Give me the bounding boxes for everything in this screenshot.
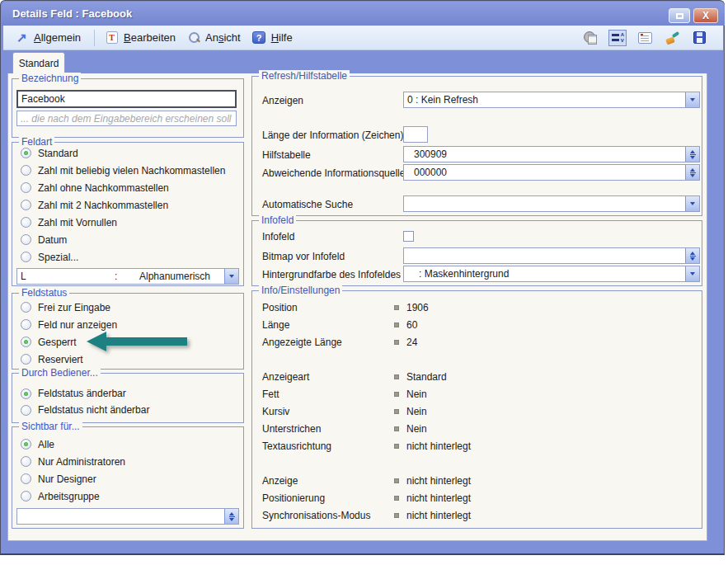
dropdown-button[interactable]	[224, 269, 238, 284]
dropdown-button[interactable]	[685, 92, 699, 107]
close-button[interactable]: X	[693, 8, 718, 23]
sichtbar-option-label: Arbeitsgruppe	[38, 491, 100, 502]
radio-icon[interactable]	[21, 439, 31, 450]
menu-bearbeiten[interactable]: T Bearbeiten	[105, 31, 176, 45]
info-label: Länge	[262, 319, 394, 331]
sort-button[interactable]	[608, 30, 627, 46]
brush-button[interactable]	[663, 30, 681, 46]
info-value: nicht hinterlegt	[406, 510, 471, 521]
feldart-option-zahl-beliebig[interactable]: Zahl mit beliebig vielen Nachkommastelle…	[12, 162, 243, 179]
radio-icon[interactable]	[21, 302, 31, 313]
stamp-button[interactable]	[581, 30, 599, 46]
spinner-button[interactable]	[224, 509, 238, 524]
radio-icon[interactable]	[21, 252, 31, 262]
arbeitsgruppe-spinner[interactable]	[16, 508, 239, 525]
info-label: Unterstrichen	[262, 423, 394, 435]
bediener-option-nicht-aenderbar[interactable]: Feldstatus nicht änderbar	[12, 402, 243, 418]
menu-allgemein[interactable]: ↗ Allgemein	[15, 31, 81, 45]
spinner-button[interactable]	[685, 147, 699, 162]
radio-icon[interactable]	[21, 473, 31, 484]
hilfstabelle-spinner[interactable]: 300909	[403, 146, 700, 162]
radio-icon[interactable]	[21, 165, 31, 176]
radio-icon[interactable]	[21, 217, 31, 228]
bullet-icon	[394, 444, 399, 449]
save-button[interactable]	[690, 30, 708, 46]
feldstatus-option-reserviert[interactable]: Reserviert	[12, 351, 243, 368]
feldstatus-option-nur-anzeigen[interactable]: Feld nur anzeigen	[12, 316, 243, 333]
radio-icon[interactable]	[21, 234, 31, 245]
automatische-suche-combobox[interactable]	[403, 195, 700, 212]
group-info-einstellungen: Info/Einstellungen Position 1906 Länge 6…	[251, 290, 702, 529]
feldart-option-datum[interactable]: Datum	[12, 231, 243, 248]
feldart-option-zahl-2[interactable]: Zahl mit 2 Nachkommastellen	[12, 196, 243, 214]
bullet-icon	[394, 478, 399, 483]
feldart-type-value: Alphanumerisch	[139, 271, 224, 282]
menu-ansicht[interactable]: Ansicht	[187, 31, 241, 45]
info-row-position: Position 1906	[262, 302, 693, 313]
radio-icon[interactable]	[21, 388, 31, 399]
feldart-option-spezial[interactable]: Spezial...	[12, 248, 243, 266]
info-row-laenge: Länge 60	[262, 319, 693, 331]
feldstatus-option-label: Frei zur Eingabe	[38, 302, 110, 313]
minimize-button[interactable]	[669, 8, 690, 23]
laenge-information-input[interactable]	[403, 126, 428, 143]
radio-icon[interactable]	[21, 354, 31, 365]
feldstatus-option-label: Reserviert	[38, 354, 83, 365]
menu-bearbeiten-label: Bearbeiten	[124, 31, 176, 44]
bullet-icon	[394, 409, 399, 414]
tab-standard[interactable]: Standard	[12, 52, 65, 73]
anzeigen-combobox[interactable]: 0 : Kein Refresh	[403, 92, 700, 108]
spinner-divider	[690, 256, 696, 257]
spinner-button[interactable]	[685, 248, 699, 263]
form-button[interactable]	[636, 30, 654, 46]
radio-icon[interactable]	[21, 491, 31, 501]
radio-icon[interactable]	[21, 319, 31, 330]
spinner-button[interactable]	[685, 165, 699, 180]
group-durch-bediener: Durch Bediener... Feldstatus änderbar Fe…	[12, 373, 244, 423]
sichtbar-option-administratoren[interactable]: Nur Administratoren	[12, 453, 243, 470]
menu-hilfe[interactable]: ? Hilfe	[252, 31, 293, 45]
group-sichtbar-fuer: Sichtbar für... Alle Nur Administratoren…	[12, 426, 244, 529]
info-label: Anzeige	[262, 475, 394, 487]
informationsquelle-spinner[interactable]: 000000	[403, 164, 700, 181]
feldstatus-option-label: Gesperrt	[38, 337, 77, 348]
infofeld-checkbox[interactable]	[403, 231, 414, 242]
feldart-type-code: L	[17, 271, 115, 282]
help-icon: ?	[252, 31, 266, 45]
feldart-option-zahl-ohne[interactable]: Zahl ohne Nachkommastellen	[12, 179, 243, 196]
radio-icon[interactable]	[21, 182, 31, 193]
group-feldart: Feldart Standard Zahl mit beliebig viele…	[12, 142, 244, 286]
sichtbar-option-designer[interactable]: Nur Designer	[12, 470, 243, 487]
informationsquelle-value: 000000	[404, 167, 685, 178]
chevron-up-icon	[690, 168, 695, 172]
feldart-type-combobox[interactable]: L : Alphanumerisch	[16, 268, 239, 285]
info-row-positionierung: Positionierung nicht hinterlegt	[262, 492, 693, 504]
group-refresh-title: Refresh/Hilfstabelle	[259, 70, 350, 82]
info-value: Nein	[406, 406, 427, 417]
radio-icon[interactable]	[21, 200, 31, 210]
feldart-option-vornullen[interactable]: Zahl mit Vornullen	[12, 214, 243, 231]
info-value: 60	[406, 319, 417, 331]
radio-icon[interactable]	[21, 148, 31, 158]
bezeichnung-hint-input[interactable]	[16, 111, 237, 126]
spinner-divider	[229, 516, 235, 517]
dropdown-button[interactable]	[685, 266, 699, 281]
feldart-option-label: Spezial...	[38, 252, 78, 263]
hintergrundfarbe-combobox[interactable]: : Maskenhintergrund	[403, 266, 700, 282]
group-durch-bediener-title: Durch Bediener...	[19, 367, 101, 379]
info-value: 1906	[406, 302, 429, 313]
group-info-title: Info/Einstellungen	[259, 285, 342, 296]
bezeichnung-input[interactable]	[16, 90, 237, 108]
dropdown-button[interactable]	[685, 196, 699, 211]
sichtbar-option-alle[interactable]: Alle	[12, 436, 243, 453]
radio-icon[interactable]	[21, 405, 31, 416]
bullet-icon	[394, 340, 399, 345]
bitmap-spinner[interactable]	[403, 247, 700, 264]
radio-icon[interactable]	[21, 337, 31, 347]
group-infofeld-title: Infofeld	[259, 214, 296, 226]
bediener-option-aenderbar[interactable]: Feldstatus änderbar	[12, 385, 243, 402]
radio-icon[interactable]	[21, 456, 31, 467]
feldstatus-option-frei[interactable]: Frei zur Eingabe	[12, 299, 243, 316]
sichtbar-option-arbeitsgruppe[interactable]: Arbeitsgruppe	[12, 487, 243, 505]
info-label: Synchronisations-Modus	[262, 510, 394, 521]
